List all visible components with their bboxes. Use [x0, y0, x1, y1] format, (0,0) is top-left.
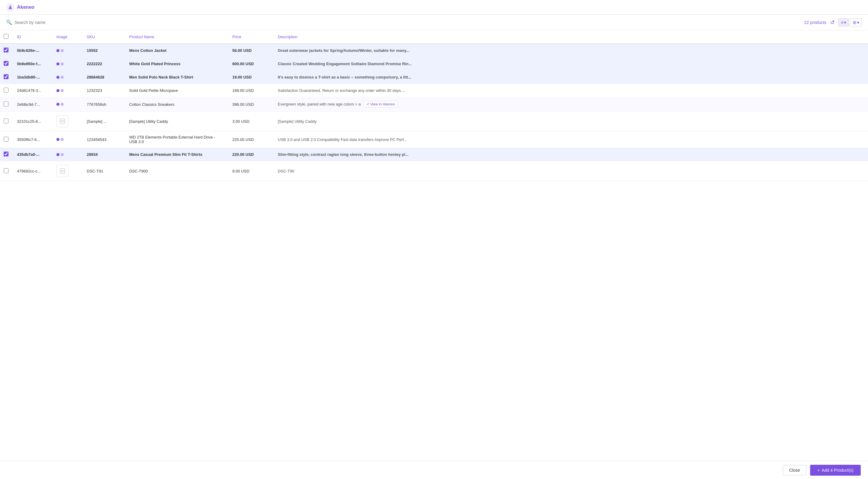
row-id: 1ba3db80-...: [12, 71, 52, 84]
row-image: [52, 148, 82, 161]
products-count: 22 products: [804, 20, 827, 25]
row-id: 3550f6c7-6...: [12, 131, 52, 148]
row-id: 0b9c626e-...: [12, 44, 52, 57]
row-id: 0b9e850e-f...: [12, 57, 52, 71]
row-checkbox-cell: [0, 148, 12, 161]
list-view-button[interactable]: ≡ ▾: [838, 19, 849, 26]
table-row: 1ba3db80-...28684628Men Solid Polo Neck …: [0, 71, 868, 84]
header-image: Image: [52, 30, 82, 44]
row-checkbox[interactable]: [4, 88, 8, 92]
dot-icon: [56, 103, 59, 106]
svg-point-4: [61, 170, 62, 171]
row-price: 220.00 USD: [227, 148, 273, 161]
row-sku: 123456543: [82, 131, 124, 148]
row-id: 24d81479-3...: [12, 84, 52, 97]
row-price: 600.00 USD: [227, 57, 273, 71]
row-checkbox-cell: [0, 71, 12, 84]
row-image: [52, 97, 82, 111]
grid-view-button[interactable]: ⊞ ▾: [850, 19, 862, 26]
row-sku: 15552: [82, 44, 124, 57]
list-view-icon: ≡: [841, 20, 843, 25]
row-price: 3.00 USD: [227, 111, 273, 131]
dot-icon: [56, 153, 59, 156]
image-dots: [56, 153, 77, 156]
row-product-name: Solid Gold Petite Micropave: [124, 84, 227, 97]
view-in-akeneo-link[interactable]: ↗ View in Akeneo: [363, 101, 398, 108]
header-description: Description: [273, 30, 868, 44]
row-checkbox[interactable]: [4, 61, 8, 66]
row-description: It's easy to dismiss a T-shirt as a basi…: [273, 71, 868, 84]
table-container: ID Image SKU Product Name Price Descript…: [0, 30, 868, 181]
app-logo: Akeneo: [6, 3, 35, 11]
dot-icon: [56, 76, 59, 79]
app-title: Akeneo: [17, 5, 35, 10]
image-dots: [56, 89, 77, 92]
row-id: 479682cc-c...: [12, 161, 52, 181]
row-checkbox-cell: [0, 111, 12, 131]
table-row: 2efdbc9d-7...7767656shCotton Classics Sn…: [0, 97, 868, 111]
table-row: 479682cc-c...DSC-T91DSC-T9009.00 USDDSC-…: [0, 161, 868, 181]
row-price: 396.00 USD: [227, 97, 273, 111]
dot-icon: [56, 49, 59, 52]
table-row: 0b9e850e-f...2222222White Gold Plated Pr…: [0, 57, 868, 71]
grid-view-icon: ⊞: [853, 20, 857, 25]
image-broken-icon: [59, 168, 65, 174]
row-price: 168.00 USD: [227, 84, 273, 97]
list-view-chevron: ▾: [844, 20, 846, 25]
header-id: ID: [12, 30, 52, 44]
row-sku: DSC-T91: [82, 161, 124, 181]
table-row: 0b9c626e-...15552Mens Cotton Jacket56.00…: [0, 44, 868, 57]
table-header-row: ID Image SKU Product Name Price Descript…: [0, 30, 868, 44]
table-body: 0b9c626e-...15552Mens Cotton Jacket56.00…: [0, 44, 868, 181]
row-checkbox-cell: [0, 131, 12, 148]
row-checkbox-cell: [0, 44, 12, 57]
search-icon: 🔍: [6, 20, 12, 25]
row-checkbox[interactable]: [4, 74, 8, 79]
image-dots: [56, 76, 77, 79]
row-price: 19.00 USD: [227, 71, 273, 84]
row-product-name: Mens Cotton Jacket: [124, 44, 227, 57]
row-description: [Sample] Utility Caddy: [273, 111, 868, 131]
row-price: 9.00 USD: [227, 161, 273, 181]
row-sku: 2222222: [82, 57, 124, 71]
row-product-name: [Sample] Utility Caddy: [124, 111, 227, 131]
select-all-checkbox[interactable]: [4, 34, 8, 39]
row-checkbox-cell: [0, 97, 12, 111]
row-description: Great outerwear jackets for Spring/Autum…: [273, 44, 868, 57]
row-description: Classic Created Wedding Engagement Solit…: [273, 57, 868, 71]
external-link-icon: ↗: [366, 102, 369, 106]
dot-icon: [56, 62, 59, 65]
row-sku: 7767656sh: [82, 97, 124, 111]
row-checkbox[interactable]: [4, 102, 8, 106]
row-product-name: Cotton Classics Sneakers: [124, 97, 227, 111]
dot-icon: [61, 49, 64, 52]
table-row: 32101c25-8...[Sample] ...[Sample] Utilit…: [0, 111, 868, 131]
grid-view-chevron: ▾: [857, 20, 859, 25]
row-product-name: DSC-T900: [124, 161, 227, 181]
search-input[interactable]: [14, 20, 105, 25]
row-image: [52, 44, 82, 57]
row-image: [52, 131, 82, 148]
dot-icon: [56, 138, 59, 141]
header-sku: SKU: [82, 30, 124, 44]
row-checkbox[interactable]: [4, 168, 8, 173]
row-image: [52, 57, 82, 71]
row-checkbox[interactable]: [4, 137, 8, 141]
row-checkbox[interactable]: [4, 152, 8, 156]
dot-icon: [61, 103, 64, 106]
image-dots: [56, 103, 77, 106]
toolbar: 🔍 22 products ↺ ≡ ▾ ⊞ ▾: [0, 14, 868, 30]
row-image: [52, 71, 82, 84]
row-checkbox-cell: [0, 84, 12, 97]
refresh-button[interactable]: ↺: [830, 19, 835, 26]
row-price: 56.00 USD: [227, 44, 273, 57]
row-product-name: Mens Casual Premium Slim Fit T-Shirts: [124, 148, 227, 161]
header-checkbox-cell: [0, 30, 12, 44]
image-dots: [56, 138, 77, 141]
row-checkbox[interactable]: [4, 119, 8, 123]
svg-point-2: [61, 120, 62, 121]
row-checkbox[interactable]: [4, 47, 8, 53]
dot-icon: [61, 76, 64, 79]
view-toggle: ≡ ▾ ⊞ ▾: [838, 19, 862, 26]
table-row: 435db7a0-...28934Mens Casual Premium Sli…: [0, 148, 868, 161]
